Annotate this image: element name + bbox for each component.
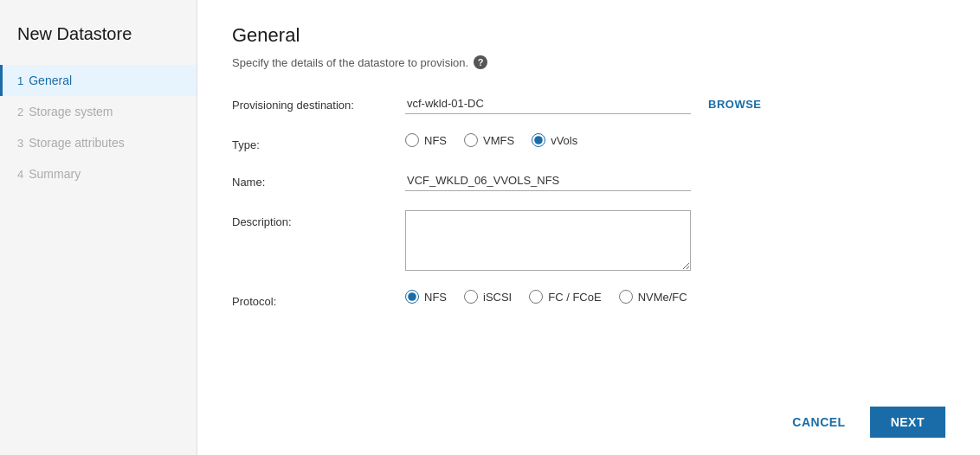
provisioning-destination-control: BROWSE [405,93,945,114]
description-label: Description: [232,210,405,228]
sidebar: New Datastore 1 General 2 Storage system… [0,0,197,455]
browse-button[interactable]: BROWSE [701,94,769,114]
subtitle-text: Specify the details of the datastore to … [232,56,468,69]
type-row: Type: NFS VMFS vVols [232,133,945,151]
type-vmfs-radio[interactable] [464,133,478,147]
type-label: Type: [232,133,405,151]
step-num-3: 3 [17,137,23,150]
protocol-nfs-option[interactable]: NFS [405,290,447,304]
protocol-iscsi-radio[interactable] [464,290,478,304]
form: Provisioning destination: BROWSE Type: N… [232,93,945,393]
protocol-nvme-radio[interactable] [619,290,633,304]
type-nfs-option[interactable]: NFS [405,133,447,147]
sidebar-item-summary[interactable]: 4 Summary [0,158,197,189]
protocol-row: Protocol: NFS iSCSI FC / FCoE [232,290,945,308]
name-control [405,170,945,191]
type-vmfs-label: VMFS [483,134,514,147]
type-radio-group: NFS VMFS vVols [405,133,577,147]
protocol-nvme-label: NVMe/FC [638,291,687,304]
sidebar-title: New Datastore [0,17,197,65]
step-num-1: 1 [17,74,23,87]
cancel-button[interactable]: CANCEL [778,408,859,436]
sidebar-item-general[interactable]: 1 General [0,65,197,96]
type-control: NFS VMFS vVols [405,133,945,147]
name-row: Name: [232,170,945,191]
main-content: General Specify the details of the datas… [197,0,980,455]
page-title: General [232,24,945,47]
provisioning-destination-label: Provisioning destination: [232,93,405,112]
type-nfs-radio[interactable] [405,133,419,147]
subtitle: Specify the details of the datastore to … [232,55,945,69]
type-vmfs-option[interactable]: VMFS [464,133,514,147]
name-label: Name: [232,170,405,189]
provisioning-destination-row: Provisioning destination: BROWSE [232,93,945,114]
help-icon[interactable]: ? [474,55,487,69]
description-control [405,210,945,271]
sidebar-label-general: General [29,74,72,87]
next-button[interactable]: NEXT [870,407,945,438]
sidebar-label-summary: Summary [29,167,81,181]
protocol-nfs-label: NFS [424,291,447,304]
sidebar-item-storage-system[interactable]: 2 Storage system [0,96,197,127]
footer: CANCEL NEXT [232,393,945,438]
sidebar-item-storage-attributes[interactable]: 3 Storage attributes [0,127,197,158]
sidebar-label-storage-attributes: Storage attributes [29,136,125,150]
name-input[interactable] [405,170,691,191]
step-num-4: 4 [17,168,23,181]
type-vvols-label: vVols [551,134,577,147]
provisioning-destination-input[interactable] [405,93,691,114]
protocol-fc-radio[interactable] [529,290,543,304]
description-row: Description: [232,210,945,271]
step-num-2: 2 [17,106,23,119]
protocol-radio-group: NFS iSCSI FC / FCoE NVMe/FC [405,290,687,304]
protocol-label: Protocol: [232,290,405,308]
protocol-iscsi-label: iSCSI [483,291,512,304]
protocol-nfs-radio[interactable] [405,290,419,304]
protocol-nvme-option[interactable]: NVMe/FC [619,290,687,304]
sidebar-label-storage-system: Storage system [29,105,113,119]
protocol-fc-label: FC / FCoE [548,291,601,304]
type-nfs-label: NFS [424,134,447,147]
description-textarea[interactable] [405,210,691,271]
protocol-fc-option[interactable]: FC / FCoE [529,290,601,304]
protocol-control: NFS iSCSI FC / FCoE NVMe/FC [405,290,945,304]
type-vvols-option[interactable]: vVols [532,133,577,147]
protocol-iscsi-option[interactable]: iSCSI [464,290,512,304]
type-vvols-radio[interactable] [532,133,545,147]
